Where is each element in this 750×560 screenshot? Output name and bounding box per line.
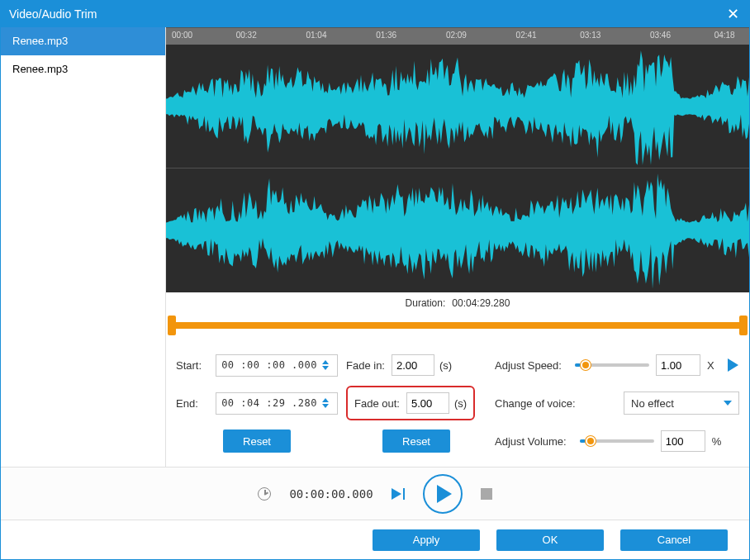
voice-label: Change of voice: (495, 397, 576, 410)
ok-button[interactable]: OK (496, 529, 604, 551)
speed-input[interactable] (656, 354, 700, 376)
clock-icon (258, 487, 271, 501)
waveform-channel-left (166, 45, 749, 168)
playback-time: 00:00:00.000 (289, 487, 373, 501)
fade-out-label: Fade out: (354, 397, 400, 410)
duration-row: Duration: 00:04:29.280 (166, 292, 749, 314)
trim-slider-fill (169, 322, 746, 329)
fade-out-unit: (s) (454, 397, 467, 410)
speed-slider[interactable] (575, 363, 649, 367)
trim-handle-start[interactable] (168, 316, 176, 335)
timeline-tick: 02:09 (446, 31, 467, 40)
chevron-down-icon (724, 401, 732, 406)
reset-trim-button[interactable]: Reset (223, 429, 291, 453)
fade-in-unit: (s) (439, 359, 452, 372)
content-pane: 00:00 00:32 01:04 01:36 02:09 02:41 03:1… (166, 27, 749, 467)
stop-button[interactable] (481, 488, 492, 500)
window: Video/Audio Trim ✕ Renee.mp3 Renee.mp3 0… (0, 0, 750, 560)
end-spinner[interactable] (322, 393, 335, 414)
duration-value: 00:04:29.280 (452, 297, 510, 309)
controls-grid: Start: 00 :00 :00 .000 Fade in: (s) Adju… (166, 346, 749, 467)
sidebar-item[interactable]: Renee.mp3 (1, 55, 165, 83)
main-area: Renee.mp3 Renee.mp3 00:00 00:32 01:04 01… (1, 27, 749, 467)
reset-fade-button[interactable]: Reset (382, 429, 450, 453)
fade-out-highlight: Fade out: (s) (346, 386, 475, 420)
fade-in-label: Fade in: (346, 359, 385, 372)
volume-slider[interactable] (580, 439, 654, 443)
waveform-display[interactable] (166, 45, 749, 292)
dialog-buttons: Apply OK Cancel (1, 520, 749, 559)
cancel-button[interactable]: Cancel (620, 529, 728, 551)
playback-bar: 00:00:00.000 (1, 467, 749, 520)
trim-range-slider[interactable] (169, 316, 746, 335)
set-marker-button[interactable] (392, 488, 405, 500)
voice-select-value: No effect (631, 397, 674, 410)
volume-label: Adjust Volume: (495, 435, 567, 448)
voice-select[interactable]: No effect (624, 392, 739, 415)
timeline-tick: 04:18 (714, 31, 735, 40)
start-spinner[interactable] (322, 355, 335, 376)
play-button[interactable] (423, 474, 463, 514)
volume-input[interactable] (661, 430, 705, 452)
timeline-tick: 01:04 (306, 31, 326, 40)
timeline-tick: 00:32 (236, 31, 257, 40)
title-bar: Video/Audio Trim ✕ (1, 1, 749, 27)
speed-unit: X (707, 359, 714, 372)
timeline-tick: 01:36 (376, 31, 396, 40)
timeline-ruler[interactable]: 00:00 00:32 01:04 01:36 02:09 02:41 03:1… (166, 27, 749, 45)
speed-label: Adjust Speed: (495, 359, 562, 372)
end-time-input[interactable]: 00 :04 :29 .280 (216, 392, 338, 415)
start-label: Start: (176, 359, 202, 372)
apply-button[interactable]: Apply (373, 529, 480, 551)
sidebar-item[interactable]: Renee.mp3 (1, 27, 165, 55)
timeline-tick: 03:13 (580, 31, 600, 40)
window-title: Video/Audio Trim (9, 7, 97, 21)
timeline-tick: 00:00 (172, 31, 192, 40)
waveform-channel-right (166, 168, 749, 292)
close-button[interactable]: ✕ (716, 1, 749, 27)
volume-unit: % (712, 435, 722, 448)
trim-handle-end[interactable] (739, 316, 748, 335)
fade-in-input[interactable] (392, 354, 434, 376)
sidebar: Renee.mp3 Renee.mp3 (1, 27, 166, 467)
start-time-value: 00 :00 :00 .000 (221, 359, 317, 371)
speed-preview-play-icon[interactable] (728, 358, 738, 372)
timeline-tick: 03:46 (650, 31, 671, 40)
play-icon (437, 485, 452, 503)
fade-out-input[interactable] (406, 392, 449, 414)
end-time-value: 00 :04 :29 .280 (221, 397, 317, 409)
duration-label: Duration: (406, 297, 446, 309)
end-label: End: (176, 397, 198, 410)
play-icon (392, 488, 401, 500)
timeline-tick: 02:41 (516, 31, 537, 40)
start-time-input[interactable]: 00 :00 :00 .000 (216, 354, 338, 377)
